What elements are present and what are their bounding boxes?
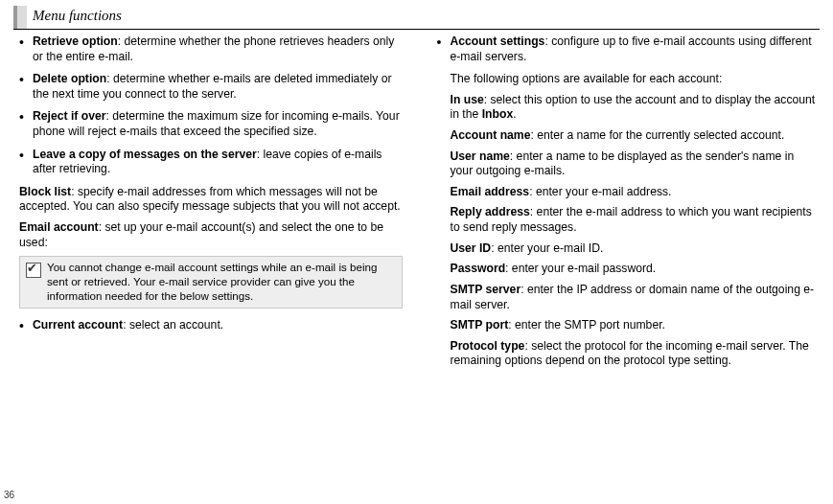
option-in-use: In use: select this option to use the ac… [437, 93, 821, 123]
term: Delete option [33, 72, 106, 85]
term: In use [451, 93, 484, 106]
term: Leave a copy of messages on the server [33, 148, 257, 161]
term: Account name [451, 128, 531, 142]
option-account-name: Account name: enter a name for the curre… [437, 128, 821, 144]
block-list-entry: Block list: specify e-mail addresses fro… [19, 185, 403, 215]
desc: : select an account. [123, 318, 223, 332]
available-options-text: The following options are available for … [437, 72, 821, 87]
term: User name [451, 149, 510, 163]
email-account-entry: Email account: set up your e-mail accoun… [19, 220, 403, 250]
note-text: You cannot change e-mail account setting… [47, 261, 396, 303]
header-accent-bar [13, 6, 27, 29]
inbox-label: Inbox [482, 107, 514, 121]
list-item: Reject if over: determine the maximum si… [19, 109, 403, 139]
right-column: Account settings: configure up to five e… [420, 34, 821, 487]
option-smtp-server: SMTP server: enter the IP address or dom… [437, 283, 821, 312]
page: Menu functions Retrieve option: determin… [0, 0, 833, 504]
content-columns: Retrieve option: determine whether the p… [19, 34, 820, 487]
term: SMTP port [451, 318, 509, 332]
list-item: Leave a copy of messages on the server: … [19, 148, 403, 177]
option-protocol-type: Protocol type: select the protocol for t… [437, 339, 821, 369]
term: Block list [19, 185, 71, 198]
desc: : specify e-mail addresses from which me… [19, 185, 401, 214]
current-account-list: Current account: select an account. [19, 318, 403, 333]
term: Reply address [451, 205, 530, 218]
term: Email account [19, 220, 99, 234]
header-title: Menu functions [33, 6, 122, 24]
note-box: You cannot change e-mail account setting… [19, 256, 403, 308]
option-smtp-port: SMTP port: enter the SMTP port number. [437, 318, 821, 333]
option-user-name: User name: enter a name to be displayed … [437, 149, 821, 179]
page-header: Menu functions [0, 0, 833, 31]
header-underline [13, 29, 820, 30]
desc-tail: . [513, 107, 516, 121]
desc: : enter the SMTP port number. [508, 318, 665, 332]
desc: : enter a name for the currently selecte… [530, 128, 784, 142]
term: Protocol type [451, 339, 525, 353]
option-user-id: User ID: enter your e-mail ID. [437, 241, 821, 257]
checkbox-icon [26, 263, 41, 278]
term: Account settings [451, 34, 545, 48]
term: Current account [33, 318, 123, 332]
list-item: Account settings: configure up to five e… [437, 34, 821, 64]
term: Password [451, 262, 506, 275]
term: Reject if over [33, 109, 106, 123]
term: Email address [451, 185, 530, 198]
term: SMTP server [451, 283, 521, 296]
list-item: Current account: select an account. [19, 318, 403, 333]
option-reply-address: Reply address: enter the e-mail address … [437, 205, 821, 235]
term: Retrieve option [33, 34, 118, 48]
desc: : enter your e-mail password. [505, 262, 656, 275]
desc: : enter your e-mail ID. [491, 241, 603, 255]
list-item: Delete option: determine whether e-mails… [19, 72, 403, 102]
option-list: Retrieve option: determine whether the p… [19, 34, 403, 177]
option-password: Password: enter your e-mail password. [437, 262, 821, 277]
page-number: 36 [4, 490, 14, 500]
option-email-address: Email address: enter your e-mail address… [437, 185, 821, 200]
desc: : enter your e-mail address. [529, 185, 671, 198]
term: User ID [451, 241, 492, 255]
account-settings-list: Account settings: configure up to five e… [437, 34, 821, 64]
left-column: Retrieve option: determine whether the p… [19, 34, 420, 487]
list-item: Retrieve option: determine whether the p… [19, 34, 403, 64]
